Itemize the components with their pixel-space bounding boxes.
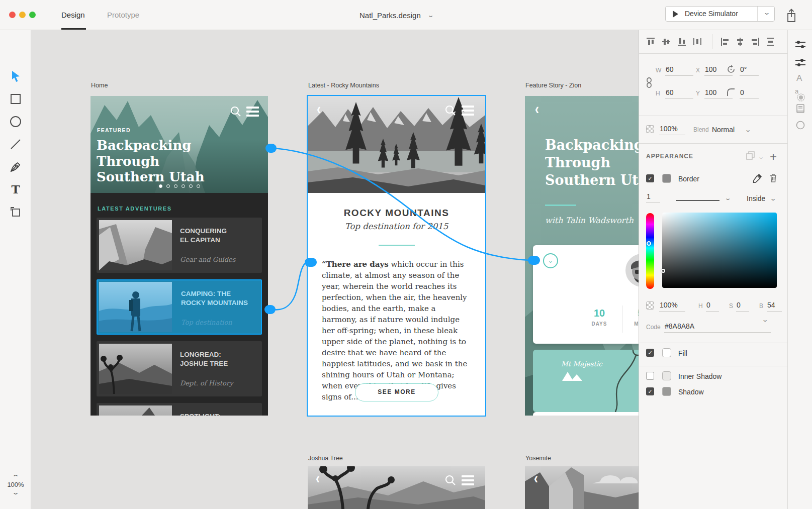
plugin-circle-icon[interactable] bbox=[796, 121, 805, 130]
close-window-button[interactable] bbox=[9, 12, 16, 18]
list-item-joshua-tree[interactable]: LONGREAD: JOSHUE TREE Dept. of History bbox=[97, 341, 262, 396]
properties-sliders-icon[interactable] bbox=[795, 40, 805, 49]
delete-border-icon[interactable] bbox=[769, 173, 778, 183]
align-vertical-center-button[interactable] bbox=[662, 37, 671, 46]
border-checkbox[interactable]: ✓ bbox=[646, 174, 654, 182]
artboard-label-home[interactable]: Home bbox=[91, 82, 108, 90]
hex-code-chevron-icon[interactable]: ⌄ bbox=[762, 317, 769, 323]
blend-mode-select[interactable]: Normal bbox=[712, 126, 735, 134]
hue-slider[interactable] bbox=[646, 213, 654, 289]
character-styles-icon[interactable]: A bbox=[796, 73, 802, 83]
color-opacity-icon bbox=[646, 301, 654, 310]
zoom-in-chevron-icon[interactable]: ⌃ bbox=[0, 474, 42, 479]
line-tool[interactable] bbox=[9, 137, 23, 151]
device-simulator-button[interactable]: Device Simulator ⌄ bbox=[665, 6, 775, 22]
titlebar: Design Prototype Natl_Parks.design ⌄ Dev… bbox=[0, 0, 812, 30]
chevron-down-circle-icon[interactable]: ⌄ bbox=[543, 253, 558, 268]
shadow-color-swatch[interactable] bbox=[662, 387, 671, 396]
pen-tool[interactable] bbox=[9, 160, 23, 174]
link-wh-icon[interactable] bbox=[646, 77, 653, 89]
align-left-button[interactable] bbox=[720, 37, 730, 46]
inner-shadow-color-swatch[interactable] bbox=[662, 371, 671, 380]
library-icon[interactable] bbox=[795, 104, 805, 114]
rocky-title: ROCKY MOUNTAINS bbox=[308, 208, 485, 219]
copy-style-chevron-icon[interactable]: ⌄ bbox=[758, 154, 765, 160]
list-item-camping-selected[interactable]: CAMPING: THE ROCKY MOUNTAINS Top destina… bbox=[97, 279, 262, 335]
share-button[interactable] bbox=[785, 8, 798, 23]
carousel-dots[interactable] bbox=[91, 181, 268, 190]
color-assets-icon[interactable]: a bbox=[795, 86, 805, 101]
list-item-spotlight[interactable]: SPOTLIGHT: bbox=[97, 403, 262, 416]
fill-color-swatch[interactable] bbox=[662, 348, 671, 357]
saturation-field[interactable]: 0 bbox=[736, 301, 749, 312]
blend-chevron-icon[interactable]: ⌄ bbox=[745, 127, 752, 133]
zoom-out-chevron-icon[interactable]: ⌄ bbox=[0, 490, 42, 495]
artboard-home[interactable]: FEATURED Backpacking Through Southern Ut… bbox=[91, 96, 268, 416]
shadow-checkbox[interactable]: ✓ bbox=[646, 387, 654, 395]
border-style-line[interactable] bbox=[676, 200, 719, 201]
border-position-select[interactable]: Inside bbox=[747, 194, 765, 202]
add-style-button[interactable]: + bbox=[770, 150, 777, 164]
align-right-button[interactable] bbox=[751, 37, 760, 46]
rotation-field[interactable]: 0° bbox=[740, 65, 759, 76]
color-opacity-field[interactable]: 100% bbox=[659, 301, 685, 312]
document-title[interactable]: Natl_Parks.design bbox=[359, 11, 421, 20]
text-tool[interactable]: T bbox=[9, 182, 23, 196]
border-width-field[interactable]: 1 bbox=[646, 192, 660, 203]
artboard-rocky-mountains[interactable]: ‹ ROCKY MOUNTAINS Top destination for 20… bbox=[308, 96, 485, 416]
height-field[interactable]: 60 bbox=[665, 88, 693, 99]
distribute-vertical-button[interactable] bbox=[766, 37, 775, 46]
artboard-joshua-tree[interactable]: ‹ bbox=[308, 466, 485, 509]
zoom-level[interactable]: 100% bbox=[0, 481, 31, 488]
see-more-button[interactable]: SEE MORE bbox=[355, 383, 438, 401]
minimize-window-button[interactable] bbox=[19, 12, 26, 18]
align-top-button[interactable] bbox=[646, 37, 655, 46]
inner-shadow-checkbox[interactable] bbox=[646, 372, 654, 380]
width-field[interactable]: 60 bbox=[665, 65, 693, 76]
artboard-zion[interactable]: ‹ Backpacking Through Southern Utah with… bbox=[525, 96, 639, 416]
saturation-brightness-picker[interactable] bbox=[662, 213, 777, 288]
brightness-field[interactable]: 54 bbox=[767, 301, 782, 312]
copy-style-icon[interactable] bbox=[746, 151, 756, 161]
tab-design[interactable]: Design bbox=[61, 11, 85, 19]
artboard-label-joshua[interactable]: Joshua Tree bbox=[308, 455, 343, 463]
border-style-chevron-icon[interactable]: ⌄ bbox=[725, 195, 732, 201]
border-position-chevron-icon[interactable]: ⌄ bbox=[770, 195, 777, 202]
zion-map-card[interactable]: Mt Majestic bbox=[533, 350, 639, 412]
color-picker-handle[interactable] bbox=[661, 269, 665, 273]
align-bottom-button[interactable] bbox=[677, 37, 686, 46]
artboard-tool[interactable] bbox=[9, 205, 23, 219]
device-simulator-label: Device Simulator bbox=[685, 10, 738, 18]
zion-byline: with Talin Wadsworth bbox=[545, 216, 634, 225]
eyedropper-icon[interactable] bbox=[753, 173, 763, 183]
select-tool[interactable] bbox=[9, 69, 23, 83]
hue-field[interactable]: 0 bbox=[706, 301, 719, 312]
maximize-window-button[interactable] bbox=[29, 12, 36, 18]
list-item-title: CONQUERING EL CAPITAN bbox=[180, 227, 227, 245]
ellipse-tool[interactable] bbox=[9, 115, 23, 129]
corner-radius-field[interactable]: 0 bbox=[740, 88, 759, 99]
list-item-el-capitan[interactable]: CONQUERING EL CAPITAN Gear and Guides bbox=[97, 218, 262, 273]
tab-prototype[interactable]: Prototype bbox=[107, 11, 139, 19]
design-canvas[interactable]: Home FEATURED Backpacking Through Southe… bbox=[31, 30, 639, 509]
opacity-field[interactable]: 100% bbox=[659, 125, 685, 135]
artboard-label-zion[interactable]: Feature Story - Zion bbox=[525, 82, 581, 90]
artboard-yosemite[interactable]: ‹ bbox=[525, 466, 639, 509]
artboard-label-rocky[interactable]: Latest - Rocky Mountains bbox=[308, 82, 379, 90]
wire-camping-to-rocky[interactable] bbox=[274, 262, 307, 310]
zion-stats-card[interactable]: ⌄ 10 DAYS 54 bbox=[533, 245, 639, 344]
rocky-body-text: “There are days which occur in this clim… bbox=[322, 259, 472, 402]
hue-slider-handle[interactable] bbox=[647, 241, 651, 246]
document-title-chevron-icon[interactable]: ⌄ bbox=[427, 12, 434, 19]
search-icon bbox=[230, 106, 242, 118]
artboard-label-yosemite[interactable]: Yosemite bbox=[525, 455, 551, 463]
hue-label: H bbox=[698, 302, 703, 310]
fill-checkbox[interactable]: ✓ bbox=[646, 349, 654, 357]
hex-code-field[interactable]: #8A8A8A bbox=[664, 322, 771, 333]
rectangle-tool[interactable] bbox=[9, 92, 23, 106]
distribute-horizontal-button[interactable] bbox=[693, 37, 702, 46]
device-simulator-chevron-icon[interactable]: ⌄ bbox=[763, 9, 770, 16]
border-color-swatch[interactable] bbox=[662, 174, 671, 183]
align-horizontal-center-button[interactable] bbox=[736, 37, 745, 46]
filters-sliders-icon[interactable] bbox=[795, 58, 805, 67]
